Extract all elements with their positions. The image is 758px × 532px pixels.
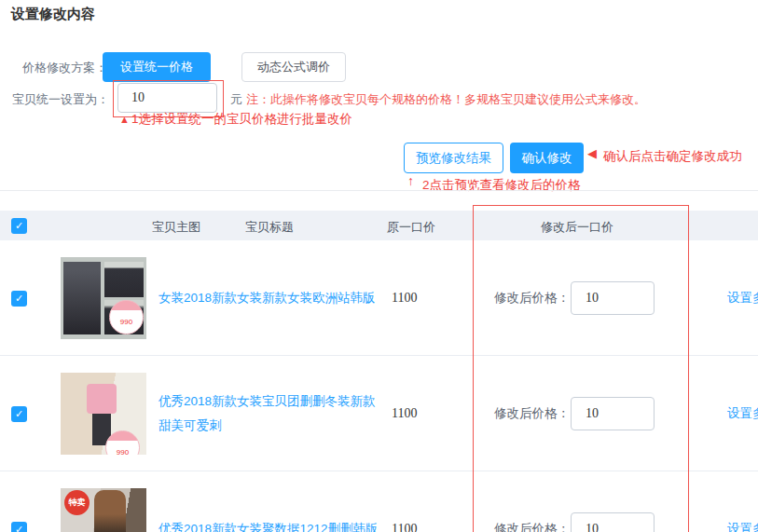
table-body: 990 女装2018新款女装新款女装欧洲站韩版 1100 修改后价格： 设置多 …	[0, 240, 758, 532]
header-title: 宝贝标题	[245, 219, 294, 236]
table-row: 990 优秀2018新款女装宝贝团删删冬装新款甜美可爱刺 1100 修改后价格：…	[0, 356, 758, 471]
product-title-link[interactable]: 优秀2018新款女装宝贝团删删冬装新款甜美可爱刺	[158, 389, 380, 438]
row-checkbox[interactable]	[11, 291, 27, 307]
table-row: 990 女装2018新款女装新款女装欧洲站韩版 1100 修改后价格： 设置多	[0, 240, 758, 356]
header-modified-price: 修改后一口价	[541, 219, 613, 236]
uniform-price-input[interactable]	[117, 83, 217, 113]
set-multi-spec-link[interactable]: 设置多	[727, 405, 758, 422]
price-note: 注：此操作将修改宝贝每个规格的价格！多规格宝贝建议使用公式来修改。	[246, 91, 646, 108]
original-price: 1100	[392, 406, 417, 421]
arrow-up-icon: ↑	[407, 173, 414, 188]
table-header: 宝贝主图 宝贝标题 原一口价 修改后一口价	[0, 211, 758, 240]
set-multi-spec-link[interactable]: 设置多	[727, 290, 758, 307]
batch-price-modify-page: 设置修改内容 价格修改方案： 设置统一价格 动态公式调价 宝贝统一设置为： 元 …	[0, 0, 758, 532]
triangle-left-icon: ◀	[587, 146, 597, 160]
original-price: 1100	[392, 291, 417, 306]
confirm-button[interactable]: 确认修改	[510, 143, 584, 173]
modified-price-label: 修改后价格：	[494, 521, 570, 532]
annotation-confirm: 确认后点击确定修改成功	[603, 148, 742, 165]
page-title: 设置修改内容	[11, 6, 95, 23]
modified-price-input[interactable]	[571, 512, 655, 532]
row-checkbox[interactable]	[11, 522, 27, 532]
original-price: 1100	[392, 522, 417, 532]
set-multi-spec-link[interactable]: 设置多	[727, 521, 758, 532]
header-original-price: 原一口价	[387, 219, 435, 236]
preview-button[interactable]: 预览修改结果	[404, 143, 503, 173]
annotation-step2: 2点击预览查看修改后的价格	[422, 177, 581, 194]
product-image: 990	[61, 257, 146, 339]
annotation-step1-text: 1选择设置统一的宝贝价格进行批量改价	[131, 112, 352, 126]
table-row: 特卖 优秀2018新款女装聚数据1212删删韩版 1100 修改后价格： 设置多	[0, 471, 758, 532]
product-title-link[interactable]: 女装2018新款女装新款女装欧洲站韩版	[158, 286, 380, 310]
divider	[0, 190, 758, 191]
header-main-image: 宝贝主图	[152, 219, 200, 236]
modified-price-input[interactable]	[571, 397, 655, 430]
product-image: 990	[61, 373, 146, 455]
modified-price-input[interactable]	[571, 281, 655, 315]
uniform-price-label: 宝贝统一设置为：	[12, 91, 109, 108]
annotation-step1: ▲1选择设置统一的宝贝价格进行批量改价	[119, 111, 352, 128]
tab-dynamic-formula[interactable]: 动态公式调价	[241, 52, 346, 82]
sale-badge: 特卖	[64, 490, 90, 515]
tab-uniform-price[interactable]: 设置统一价格	[103, 52, 211, 82]
product-title-link[interactable]: 优秀2018新款女装聚数据1212删删韩版	[158, 517, 380, 532]
row-checkbox[interactable]	[11, 406, 27, 422]
modified-price-label: 修改后价格：	[494, 405, 570, 422]
promo-badge: 990	[109, 300, 144, 334]
plan-label: 价格修改方案：	[22, 60, 107, 76]
triangle-up-icon: ▲	[119, 114, 130, 125]
modified-price-label: 修改后价格：	[494, 290, 570, 307]
promo-badge: 990	[105, 430, 140, 455]
select-all-checkbox[interactable]	[11, 218, 27, 234]
unit-label: 元	[230, 91, 242, 108]
product-image: 特卖	[61, 488, 146, 532]
